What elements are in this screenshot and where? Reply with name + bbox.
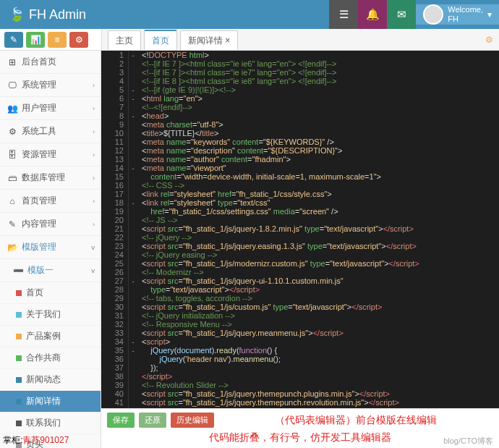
code-line[interactable]: 19 href="fh_static_1/css/settings.css" m…	[101, 207, 424, 216]
sidebar-item[interactable]: 🗃数据库管理›	[0, 166, 101, 190]
sidebar-subitem[interactable]: 产品案例	[0, 326, 101, 347]
fold-icon[interactable]	[129, 242, 137, 250]
stats-button[interactable]: 📊	[26, 32, 45, 48]
code-line[interactable]: 31<!-- jQuery initialization -->	[101, 311, 424, 320]
gear-icon[interactable]: ⚙	[479, 29, 499, 50]
code-line[interactable]: 12<meta name="description" content="${DE…	[101, 146, 424, 155]
code-line[interactable]: 10<title>${TITLE}</title>	[101, 129, 424, 138]
fold-icon[interactable]	[129, 120, 137, 129]
fold-icon[interactable]	[129, 303, 137, 311]
code-line[interactable]: 28 type="text/javascript"></script>	[101, 285, 424, 294]
sidebar-item[interactable]: ✎内容管理›	[0, 213, 101, 236]
fold-icon[interactable]	[129, 233, 137, 242]
tab-news-detail[interactable]: 新闻详情 ×	[180, 30, 238, 50]
sidebar-subitem[interactable]: 合作共商	[0, 347, 101, 369]
code-line[interactable]: 4<!--[if IE 8 ]><html class="ie ie8" lan…	[101, 77, 424, 85]
code-line[interactable]: 32<!-- Responsive Menu -->	[101, 320, 424, 329]
fold-icon[interactable]	[129, 216, 137, 224]
fold-icon[interactable]	[129, 68, 137, 77]
fold-icon[interactable]	[129, 398, 137, 407]
fold-icon[interactable]	[129, 259, 137, 268]
code-line[interactable]: 41<script src="fh_static_1/js/jquery.the…	[101, 398, 424, 407]
tasks-button[interactable]: ☰	[329, 0, 358, 29]
fold-icon[interactable]: -	[129, 94, 137, 103]
code-line[interactable]: 15 content="width=device-width, initial-…	[101, 172, 424, 181]
code-line[interactable]: 20<!-- JS -->	[101, 216, 424, 224]
sidebar-subitem[interactable]: 首页	[0, 282, 101, 304]
fold-icon[interactable]: -	[129, 337, 137, 346]
code-line[interactable]: 24<!-- jQuery easing -->	[101, 250, 424, 259]
code-line[interactable]: 7<!--<![endif]-->	[101, 103, 424, 111]
fold-icon[interactable]	[129, 250, 137, 259]
code-line[interactable]: 13<meta name="author" content="fhadmin">	[101, 155, 424, 164]
code-line[interactable]: 35- jQuery(document).ready(function() {	[101, 346, 424, 355]
sidebar-subitem[interactable]: 关于我们	[0, 304, 101, 326]
tab-index[interactable]: 首页	[144, 30, 177, 50]
fold-icon[interactable]: -	[129, 276, 137, 285]
sidebar-item[interactable]: 🖵系统管理›	[0, 74, 101, 97]
restore-button[interactable]: 还原	[139, 413, 166, 428]
code-line[interactable]: 1-<!DOCTYPE html>	[101, 51, 424, 59]
code-line[interactable]: 30<script src="fh_static_1/js/custom.js"…	[101, 303, 424, 311]
fold-icon[interactable]	[129, 268, 137, 276]
fold-icon[interactable]	[129, 190, 137, 198]
code-line[interactable]: 23<script src="fh_static_1/js/jquery.eas…	[101, 242, 424, 250]
code-line[interactable]: 16<!-- CSS -->	[101, 181, 424, 190]
fold-icon[interactable]	[129, 146, 137, 155]
code-editor[interactable]: 1-<!DOCTYPE html>2<!--[if IE 7 ]><html c…	[101, 51, 499, 408]
sidebar-item[interactable]: ⚙系统工具›	[0, 120, 101, 143]
messages-button[interactable]: ✉	[387, 0, 416, 29]
code-line[interactable]: 2<!--[if IE 7 ]><html class="ie ie6" lan…	[101, 59, 424, 68]
fold-icon[interactable]	[129, 155, 137, 164]
code-line[interactable]: 11<meta name="keywords" content="${KEYWO…	[101, 138, 424, 146]
code-line[interactable]: 34-<script>	[101, 337, 424, 346]
fold-icon[interactable]	[129, 363, 137, 372]
sidebar-item[interactable]: 📂模版管理ⅴ	[0, 236, 101, 259]
brand[interactable]: 🍃 FH Admin	[0, 7, 95, 22]
fold-icon[interactable]	[129, 355, 137, 363]
fold-icon[interactable]	[129, 372, 137, 381]
sidebar-item[interactable]: 🗄资源管理›	[0, 143, 101, 166]
notifications-button[interactable]: 🔔	[358, 0, 387, 29]
fold-icon[interactable]: -	[129, 198, 137, 207]
code-line[interactable]: 29<!-- tabs, toggles, accordion -->	[101, 294, 424, 303]
user-menu[interactable]: Welcome, FH ▾	[416, 4, 499, 25]
code-line[interactable]: 38</script>	[101, 372, 424, 381]
fold-icon[interactable]	[129, 285, 137, 294]
sidebar-subitem[interactable]: 新闻动态	[0, 369, 101, 391]
sidebar-item[interactable]: ➖模版一ⅴ	[0, 259, 101, 282]
code-line[interactable]: 6-<html lang="en">	[101, 94, 424, 103]
fold-icon[interactable]	[129, 103, 137, 111]
fold-icon[interactable]	[129, 77, 137, 85]
fold-icon[interactable]	[129, 407, 137, 408]
fold-icon[interactable]	[129, 129, 137, 138]
code-line[interactable]: 36 jQuery('header nav').meanmenu();	[101, 355, 424, 363]
fold-icon[interactable]	[129, 172, 137, 181]
fold-icon[interactable]	[129, 320, 137, 329]
fold-icon[interactable]	[129, 381, 137, 389]
code-line[interactable]: 9<meta charset="utf-8">	[101, 120, 424, 129]
sidebar-item[interactable]: ⌂首页管理›	[0, 190, 101, 213]
fold-icon[interactable]	[129, 389, 137, 398]
sidebar-item[interactable]: ⊞后台首页	[0, 51, 101, 74]
code-line[interactable]: 27-<script src="fh_static_1/js/jquery-ui…	[101, 276, 424, 285]
code-line[interactable]: 42<script src="fh_static_1/js/revolution…	[101, 407, 424, 408]
code-line[interactable]: 37 });	[101, 363, 424, 372]
sidebar-item[interactable]: 👥用户管理›	[0, 97, 101, 120]
code-line[interactable]: 17<link rel="stylesheet" href="fh_static…	[101, 190, 424, 198]
fold-icon[interactable]	[129, 224, 137, 233]
fold-icon[interactable]	[129, 138, 137, 146]
fold-icon[interactable]	[129, 311, 137, 320]
list-button[interactable]: ≡	[48, 32, 67, 48]
code-line[interactable]: 5-<!--[if (gte IE 9)|!(IE)]><!-->	[101, 85, 424, 94]
code-line[interactable]: 25<script src="fh_static_1/js/modernizr.…	[101, 259, 424, 268]
fold-icon[interactable]	[129, 329, 137, 337]
fold-icon[interactable]: -	[129, 51, 137, 59]
code-line[interactable]: 21<script src="fh_static_1/js/jquery-1.8…	[101, 224, 424, 233]
code-line[interactable]: 33<script src="fh_static_1/js/jquery.mea…	[101, 329, 424, 337]
code-line[interactable]: 18-<link rel="stylesheet" type="text/css…	[101, 198, 424, 207]
fold-icon[interactable]	[129, 181, 137, 190]
close-icon[interactable]: ×	[225, 35, 230, 46]
edit-button[interactable]: ✎	[4, 32, 23, 48]
fold-icon[interactable]: -	[129, 111, 137, 120]
